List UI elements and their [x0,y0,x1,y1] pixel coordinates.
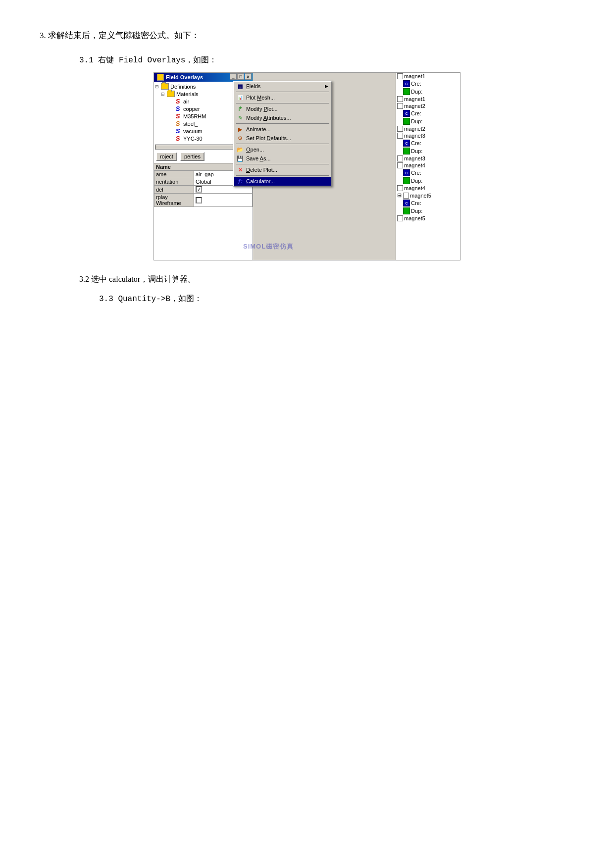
magnet1b-box [397,96,403,102]
material-copper-label: copper [183,106,200,112]
menu-item-modify-plot[interactable]: ↱ Modify Plot... [234,104,331,113]
modify-attrs-icon: ✎ [236,114,244,121]
dup3-icon [403,148,410,154]
cre2-icon: C [403,110,410,117]
dup1-icon [403,88,410,95]
magnet3b-label: magnet3 [404,155,425,161]
magnet3-dup-item[interactable]: Dup: [396,147,460,155]
expand-icon: ⊟ [155,84,161,89]
properties-button[interactable]: perties [180,152,205,161]
prop-label-name: ame [154,171,194,178]
magnet4-dup-item[interactable]: Dup: [396,177,460,185]
magnet5b-item[interactable]: magnet5 [396,215,460,222]
prop-label-orientation: rientation [154,178,194,186]
mat-icon-copper: S [174,105,182,112]
magnet1-dup-item[interactable]: Dup: [396,88,460,96]
material-vacuum-label: vacuum [183,128,203,134]
magnet1-box [397,73,403,79]
magnet1-cre-item[interactable]: C Cre: [396,80,460,88]
animate-icon: ▶ [236,126,244,133]
dup3-label: Dup: [411,148,422,154]
magnet1b-item[interactable]: magnet1 [396,96,460,102]
menu-item-open[interactable]: 📂 Open... [234,145,331,154]
fields-menu-icon: ▦ [236,83,244,90]
magnet2-cre-item[interactable]: C Cre: [396,109,460,117]
submenu-arrow: ▶ [325,84,328,89]
magnet4b-item[interactable]: magnet4 [396,185,460,192]
menu-item-fields[interactable]: ▦ Fields ▶ [234,82,331,91]
definitions-label: Definitions [170,84,196,90]
dup5-icon [403,207,410,214]
menu-item-calculator[interactable]: ƒ: Calculator... [234,177,331,186]
definitions-folder-icon [161,83,169,90]
step32-text: 3.2 选中 calculator，调出计算器。 [40,274,574,285]
magnet3-cre-item[interactable]: C Cre: [396,139,460,147]
material-m35rhm-label: M35RHM [183,113,206,119]
separator-2 [236,103,329,103]
maximize-btn[interactable]: □ [237,73,244,80]
open-icon: 📂 [236,146,244,153]
fields-label: Fields [246,83,260,89]
separator-6 [236,175,329,176]
step31-title: 3.1 右键 Field Overlays，如图： [40,55,574,65]
magnet4b-label: magnet4 [404,185,425,191]
magnet5-cre-item[interactable]: C Cre: [396,199,460,207]
magnet5b-box [397,215,403,221]
magnet3-box [397,133,403,139]
project-button[interactable]: roject [156,152,177,161]
menu-item-save-as[interactable]: 💾 Save As... [234,154,331,163]
cre4-icon: C [403,169,410,176]
magnet2-dup-item[interactable]: Dup: [396,117,460,125]
dup2-icon [403,118,410,125]
magnet3b-box [397,155,403,161]
cre2-label: Cre: [411,110,421,116]
dup5-label: Dup: [411,208,422,214]
magnet5-box [403,193,409,199]
delete-plot-icon: ✕ [236,166,244,173]
magnet2-label: magnet2 [404,103,425,109]
save-as-label: Save As... [246,155,271,161]
material-air-label: air [183,99,189,104]
magnet4-cre-item[interactable]: C Cre: [396,169,460,177]
material-steel-label: steel_ [183,121,198,127]
plot-mesh-label: Plot Mesh... [246,95,275,101]
magnet5-item[interactable]: ⊟ magnet5 [396,192,460,199]
menu-item-plot-mesh[interactable]: 📊 Plot Mesh... [234,93,331,102]
magnet2b-item[interactable]: magnet2 [396,125,460,132]
magnet2b-box [397,126,403,132]
magnet5-dup-item[interactable]: Dup: [396,207,460,215]
plot-mesh-icon: 📊 [236,94,244,101]
field-overlays-label: Field Overlays [166,74,203,80]
menu-item-animate[interactable]: ▶ Animate... [234,125,331,134]
minimize-btn[interactable]: _ [230,73,237,80]
close-btn[interactable]: × [245,73,252,80]
menu-item-delete-plot[interactable]: ✕ Delete Plot... [234,165,331,174]
menu-item-modify-attrs[interactable]: ✎ Modify Attributes... [234,113,331,122]
separator-3 [236,123,329,124]
cre1-label: Cre: [411,81,421,87]
magnet2-item[interactable]: magnet2 [396,102,460,109]
model-checkbox[interactable]: ✓ [196,186,202,193]
menu-item-set-plot-defaults[interactable]: ⚙ Set Plot Defaults... [234,134,331,143]
cre4-label: Cre: [411,170,421,176]
magnet1-item[interactable]: magnet1 [396,73,460,80]
magnet1b-label: magnet1 [404,96,425,102]
step3-title: 3. 求解结束后，定义气隙磁密公式。如下： [40,30,574,41]
separator-4 [236,144,329,144]
magnet3b-item[interactable]: magnet3 [396,155,460,162]
mat-icon-yyc: S [174,135,182,142]
magnet4-item[interactable]: magnet4 [396,162,460,169]
modify-plot-label: Modify Plot... [246,106,278,112]
cre1-icon: C [403,80,410,87]
mat-icon-steel: S [174,120,182,127]
folder-icon [157,74,164,81]
cre3-label: Cre: [411,140,421,146]
cre5-label: Cre: [411,200,421,206]
magnet5b-label: magnet5 [404,215,425,221]
mat-icon-air: S [174,98,182,104]
magnet4-box [397,162,403,168]
expand-spacer: ⊟ [397,192,403,199]
magnet3-item[interactable]: magnet3 [396,132,460,139]
wireframe-checkbox[interactable] [196,197,202,204]
cre3-icon: C [403,140,410,147]
